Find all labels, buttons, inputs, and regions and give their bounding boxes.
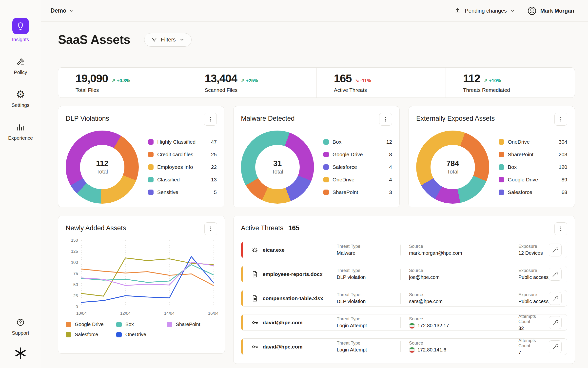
card-active-threats: Active Threats 165 eicar.exeThreat TypeM… [233, 216, 575, 364]
donut-center: 31Total [255, 145, 300, 189]
donut-chart: 784TotalOneDrive304SharePoint203Box120Go… [416, 131, 567, 204]
threat-col-source: Sourcesara@hpe.com [401, 292, 510, 304]
remediate-wand-button[interactable] [549, 292, 562, 305]
sidebar-item-settings[interactable]: ⚙ Settings [12, 89, 29, 108]
legend-value: 25 [211, 152, 217, 157]
donut-ring: 112Total [66, 131, 139, 204]
col-value-text: Login Attempt [337, 323, 367, 329]
svg-text:25: 25 [73, 293, 78, 298]
remediate-wand-button[interactable] [549, 268, 562, 281]
kebab-menu-button[interactable] [379, 113, 392, 126]
threat-col-threat-type: Threat TypeDLP violation [328, 292, 400, 304]
sidebar-item-experience[interactable]: Experience [8, 122, 33, 141]
legend-swatch [323, 152, 329, 157]
legend-value: 3 [389, 189, 392, 195]
divider [521, 6, 521, 16]
legend-item: SharePoint [167, 322, 217, 327]
col-label: Source [409, 244, 510, 249]
gear-icon: ⚙ [15, 89, 26, 100]
svg-text:125: 125 [71, 249, 78, 254]
col-value: Malware [337, 250, 400, 256]
donut-total-label: Total [97, 169, 108, 175]
col-label: Attempts Count [518, 314, 549, 324]
avatar-icon [527, 6, 537, 16]
card-title: Active Threats [241, 224, 283, 232]
kebab-menu-button[interactable] [554, 222, 567, 235]
col-value-text: DLP violation [337, 274, 366, 280]
legend-label: Highly Classified [157, 139, 196, 145]
col-value-text: Public access [518, 274, 549, 280]
line-chart-legend: Google DriveBoxSharePointSalesforceOneDr… [66, 322, 217, 337]
svg-text:10/04: 10/04 [76, 311, 87, 316]
stat-top: 19,090↗ +0.3% [76, 72, 187, 85]
threat-col-threat-type: Threat TypeMalware [328, 244, 400, 256]
threat-name: employees-reports.docx [241, 271, 328, 278]
col-value-text: 172.80.141.6 [417, 347, 446, 353]
donut-total-label: Total [272, 169, 283, 175]
legend-label: OneDrive [333, 177, 354, 183]
remediate-wand-button[interactable] [549, 340, 562, 353]
sidebar-item-policy[interactable]: Policy [14, 56, 27, 75]
kebab-menu-button[interactable] [204, 222, 217, 235]
legend-swatch [499, 152, 504, 157]
card-title: Malware Detected [241, 113, 295, 122]
legend-label: SharePoint [333, 189, 358, 195]
svg-text:50: 50 [73, 282, 78, 287]
legend-swatch [323, 190, 329, 195]
legend-value: 47 [211, 139, 217, 145]
legend-label: Credit card files [157, 152, 193, 157]
threat-row: compensation-table.xlsxThreat TypeDLP vi… [241, 290, 567, 307]
legend-value: 304 [559, 139, 567, 145]
col-value: DLP violation [337, 274, 400, 280]
legend-label: Google Drive [508, 177, 538, 183]
legend-value: 4 [389, 177, 392, 183]
legend-value: 13 [211, 177, 217, 183]
trend-down-icon: ↘ -11% [355, 78, 371, 83]
threat-name-label: eicar.exe [263, 247, 285, 253]
stat-value: 165 [334, 72, 352, 85]
sidebar-item-insights[interactable]: Insights [12, 18, 29, 42]
legend-swatch [148, 139, 154, 145]
threat-col-source: Source172.80.132.17 [401, 316, 510, 329]
filters-label: Filters [161, 37, 176, 43]
divider [448, 6, 448, 16]
legend-value: 120 [559, 164, 567, 170]
donut-legend: Highly Classified47Credit card files25Em… [148, 139, 217, 195]
col-value-text: 7 [518, 350, 521, 355]
legend-item: Classified13 [148, 177, 217, 183]
remediate-wand-button[interactable] [549, 316, 562, 329]
legend-value: 8 [389, 152, 392, 157]
col-value-text: mark.morgan@hpe.com [409, 250, 462, 256]
donut-center: 784Total [431, 145, 475, 189]
donut-total-value: 112 [96, 159, 108, 168]
kebab-menu-button[interactable] [554, 113, 567, 126]
col-value: Public access [518, 274, 549, 280]
remediate-wand-button[interactable] [549, 244, 562, 256]
kebab-menu-button[interactable] [204, 113, 217, 126]
legend-swatch [167, 322, 172, 327]
col-value: Public access [518, 299, 549, 304]
sidebar-item-label: Settings [12, 102, 29, 108]
legend-item: Sensitive5 [148, 189, 217, 195]
user-menu[interactable]: Mark Morgan [527, 6, 574, 16]
legend-label: Sensitive [157, 189, 178, 195]
col-value-text: joe@hpe.com [409, 274, 440, 280]
col-value: joe@hpe.com [409, 274, 510, 280]
pending-changes-button[interactable]: Pending changes [454, 7, 515, 14]
stat-scanned-files: 13,404↗ +25%Scanned Files [187, 68, 316, 97]
brand-logo [14, 347, 27, 360]
threat-col-attempts-count: Attempts Count7 [510, 338, 549, 355]
col-label: Threat Type [337, 244, 400, 249]
svg-text:12/04: 12/04 [120, 311, 131, 316]
lightbulb-icon [12, 18, 29, 34]
stat-active-threats: 165↘ -11%Active Threats [316, 68, 446, 97]
col-label: Exposure [518, 292, 549, 297]
sidebar-item-support[interactable]: Support [12, 317, 29, 336]
legend-label: Employees Info [157, 164, 193, 170]
col-label: Threat Type [337, 316, 400, 322]
help-icon [15, 317, 26, 328]
col-label: Source [409, 316, 510, 322]
iran-flag [409, 323, 415, 329]
workspace-selector[interactable]: Demo [51, 7, 74, 14]
filters-button[interactable]: Filters [144, 33, 192, 47]
